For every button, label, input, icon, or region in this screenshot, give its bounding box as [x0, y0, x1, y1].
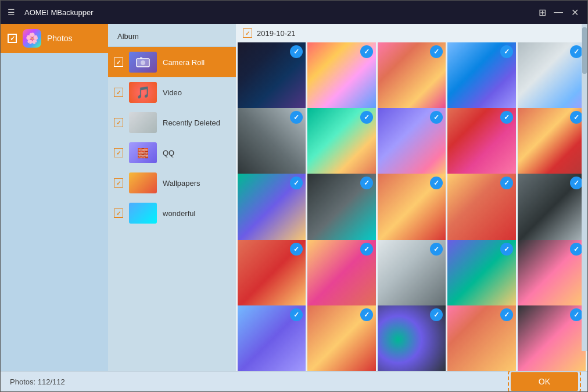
album-checkbox-recently-deleted[interactable] — [114, 118, 123, 127]
album-name-wallpapers: Wallpapers — [163, 179, 200, 188]
photo-item[interactable]: ✓ — [307, 305, 375, 371]
photo-check: ✓ — [360, 45, 373, 58]
photo-grid-container: 2019-10-21 ✓ ✓ ✓ ✓ ✓ — [236, 24, 587, 371]
photo-check: ✓ — [290, 111, 303, 124]
album-checkbox-wallpapers[interactable] — [114, 178, 123, 188]
photo-check: ✓ — [360, 111, 373, 124]
photo-check: ✓ — [500, 243, 513, 256]
album-thumb-video: 🎵 — [129, 82, 157, 103]
album-item-video[interactable]: 🎵 Video — [108, 77, 236, 107]
photo-check: ✓ — [570, 308, 583, 321]
album-name-video: Video — [163, 88, 182, 97]
album-item-wonderful[interactable]: wonderful — [108, 198, 236, 228]
svg-point-1 — [141, 60, 145, 65]
photo-item[interactable]: ✓ — [378, 42, 446, 110]
app-title: AOMEI MBackupper — [24, 8, 94, 17]
album-name-recently-deleted: Recently Deleted — [163, 118, 220, 127]
album-thumb-wonderful — [129, 203, 157, 224]
album-thumb-qq: 🧱 — [129, 142, 157, 163]
photo-check: ✓ — [430, 308, 443, 321]
photo-check: ✓ — [500, 308, 513, 321]
photo-check: ✓ — [500, 45, 513, 58]
menu-icon: ☰ — [8, 8, 15, 17]
photo-grid: ✓ ✓ ✓ ✓ ✓ ✓ ✓ — [236, 42, 587, 371]
statusbar: Photos: 112/112 OK — [1, 371, 587, 391]
scrollbar-thumb[interactable] — [582, 27, 587, 74]
photo-item[interactable]: ✓ — [378, 240, 446, 308]
album-thumb-wallpapers — [129, 172, 157, 193]
photo-item[interactable]: ✓ — [238, 240, 306, 308]
photo-item[interactable]: ✓ — [238, 108, 306, 176]
album-name-qq: QQ — [163, 149, 174, 157]
album-checkbox-wonderful[interactable] — [114, 208, 123, 218]
photo-item[interactable]: ✓ — [307, 240, 375, 308]
album-item-qq[interactable]: 🧱 QQ — [108, 138, 236, 168]
photos-checkbox[interactable] — [8, 34, 17, 43]
svg-rect-2 — [140, 57, 142, 59]
album-thumb-camera-roll — [129, 52, 157, 73]
album-header: Album — [108, 24, 236, 47]
app-window: ☰ AOMEI MBackupper ⊞ — ✕ 🌸 Photos Album — [0, 0, 588, 392]
album-thumb-recently-deleted — [129, 112, 157, 133]
photo-item[interactable]: ✓ — [518, 42, 586, 110]
ok-button[interactable]: OK — [511, 372, 578, 391]
photo-check: ✓ — [290, 308, 303, 321]
photo-check: ✓ — [430, 243, 443, 256]
photo-item[interactable]: ✓ — [307, 42, 375, 110]
photo-item[interactable]: ✓ — [307, 174, 375, 242]
album-checkbox-qq[interactable] — [114, 148, 123, 157]
list-view-icon[interactable]: ⊞ — [536, 6, 548, 18]
photo-item[interactable]: ✓ — [518, 108, 586, 176]
photo-item[interactable]: ✓ — [307, 108, 375, 176]
photo-check: ✓ — [430, 111, 443, 124]
photo-item[interactable]: ✓ — [378, 108, 446, 176]
album-name-camera-roll: Camera Roll — [163, 58, 205, 67]
photo-item[interactable]: ✓ — [378, 305, 446, 371]
photo-item[interactable]: ✓ — [447, 42, 515, 110]
close-button[interactable]: ✕ — [569, 6, 580, 18]
photo-check: ✓ — [570, 243, 583, 256]
photo-check: ✓ — [290, 243, 303, 256]
main-content: 🌸 Photos Album Camera — [1, 24, 587, 371]
photo-check: ✓ — [290, 177, 303, 189]
minimize-button[interactable]: — — [553, 6, 564, 18]
photo-check: ✓ — [360, 243, 373, 256]
photo-check: ✓ — [360, 308, 373, 321]
status-text: Photos: 112/112 — [10, 377, 65, 386]
photo-item[interactable]: ✓ — [518, 240, 586, 308]
window-controls: ⊞ — ✕ — [536, 6, 580, 18]
photo-item[interactable]: ✓ — [447, 174, 515, 242]
titlebar: ☰ AOMEI MBackupper ⊞ — ✕ — [1, 1, 587, 24]
photo-item[interactable]: ✓ — [378, 174, 446, 242]
album-panel: Album Camera Roll — [108, 24, 236, 371]
photo-item[interactable]: ✓ — [238, 305, 306, 371]
camera-icon — [135, 54, 151, 70]
album-item-recently-deleted[interactable]: Recently Deleted — [108, 107, 236, 138]
date-label: 2019-10-21 — [257, 29, 296, 38]
photo-check: ✓ — [360, 177, 373, 189]
photo-check: ✓ — [570, 177, 583, 189]
photos-app-icon: 🌸 — [23, 29, 41, 48]
album-list: Camera Roll 🎵 Video Recently Deleted — [108, 47, 236, 371]
photo-check: ✓ — [500, 177, 513, 189]
photos-header[interactable]: 🌸 Photos — [1, 24, 108, 53]
date-checkbox[interactable] — [243, 28, 252, 38]
photo-item[interactable]: ✓ — [447, 240, 515, 308]
scrollbar[interactable] — [582, 24, 587, 351]
photo-item[interactable]: ✓ — [238, 42, 306, 110]
photo-item[interactable]: ✓ — [447, 305, 515, 371]
album-item-wallpapers[interactable]: Wallpapers — [108, 168, 236, 198]
album-checkbox-video[interactable] — [114, 88, 123, 97]
photo-check: ✓ — [430, 177, 443, 189]
photo-check: ✓ — [570, 111, 583, 124]
date-header: 2019-10-21 — [236, 24, 587, 42]
album-checkbox-camera-roll[interactable] — [114, 57, 123, 67]
photo-item[interactable]: ✓ — [518, 174, 586, 242]
photo-check: ✓ — [500, 111, 513, 124]
photo-item[interactable]: ✓ — [518, 305, 586, 371]
photo-item[interactable]: ✓ — [238, 174, 306, 242]
photo-item[interactable]: ✓ — [447, 108, 515, 176]
photo-check: ✓ — [430, 45, 443, 58]
album-name-wonderful: wonderful — [163, 209, 195, 218]
album-item-camera-roll[interactable]: Camera Roll — [108, 47, 236, 77]
